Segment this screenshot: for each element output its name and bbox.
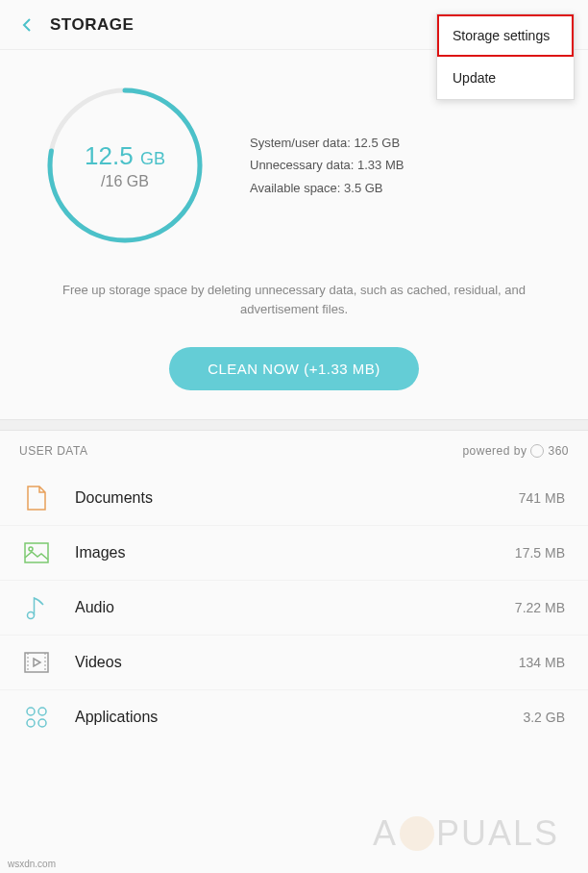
clean-now-button[interactable]: CLEAN NOW (+1.33 MB) (169, 347, 419, 390)
menu-item-storage-settings[interactable]: Storage settings (437, 14, 574, 57)
video-icon (23, 649, 50, 676)
image-icon (23, 539, 50, 566)
svg-point-6 (27, 708, 35, 715)
source-url: wsxdn.com (8, 859, 56, 869)
user-data-list: Documents 741 MB Images 17.5 MB Audio 7.… (0, 471, 588, 744)
powered-brand-icon (530, 444, 544, 458)
apps-icon (23, 704, 50, 731)
page-title: STORAGE (50, 15, 134, 35)
list-item-videos[interactable]: Videos 134 MB (0, 636, 588, 690)
audio-icon (23, 594, 50, 621)
svg-rect-2 (25, 543, 48, 562)
watermark: APUALS (373, 813, 559, 854)
svg-rect-5 (25, 653, 48, 672)
list-item-size: 7.22 MB (515, 600, 565, 615)
stat-unnecessary: Unnecessary data: 1.33 MB (250, 154, 404, 176)
list-item-label: Images (75, 544, 515, 561)
svg-point-7 (38, 708, 46, 715)
storage-total-value: /16 GB (101, 173, 149, 190)
list-item-size: 17.5 MB (515, 545, 565, 561)
svg-point-9 (38, 719, 46, 727)
watermark-face-icon (400, 816, 434, 851)
list-item-size: 3.2 GB (523, 710, 565, 725)
stat-system: System/user data: 12.5 GB (250, 132, 404, 154)
list-item-audio[interactable]: Audio 7.22 MB (0, 581, 588, 636)
list-item-label: Audio (75, 599, 515, 616)
list-item-label: Applications (75, 709, 523, 726)
menu-item-update[interactable]: Update (437, 57, 574, 99)
list-item-size: 134 MB (519, 655, 565, 670)
list-item-size: 741 MB (519, 490, 565, 506)
svg-point-4 (28, 612, 35, 619)
storage-used-value: 12.5 GB (85, 141, 165, 171)
section-divider (0, 419, 588, 431)
storage-donut-chart: 12.5 GB /16 GB (38, 79, 211, 252)
svg-point-8 (27, 719, 35, 727)
back-icon[interactable] (15, 13, 38, 37)
list-item-images[interactable]: Images 17.5 MB (0, 526, 588, 581)
document-icon (23, 485, 50, 511)
svg-point-3 (29, 547, 33, 551)
list-item-applications[interactable]: Applications 3.2 GB (0, 690, 588, 744)
list-item-documents[interactable]: Documents 741 MB (0, 471, 588, 526)
storage-stats: System/user data: 12.5 GB Unnecessary da… (250, 132, 404, 199)
hint-text: Free up storage space by deleting unnece… (0, 262, 588, 337)
user-data-heading: USER DATA (19, 444, 87, 458)
overflow-menu: Storage settings Update (436, 13, 575, 100)
stat-available: Available space: 3.5 GB (250, 177, 404, 199)
list-item-label: Documents (75, 489, 519, 507)
powered-by-label: powered by 360 (462, 444, 569, 458)
list-item-label: Videos (75, 654, 519, 671)
